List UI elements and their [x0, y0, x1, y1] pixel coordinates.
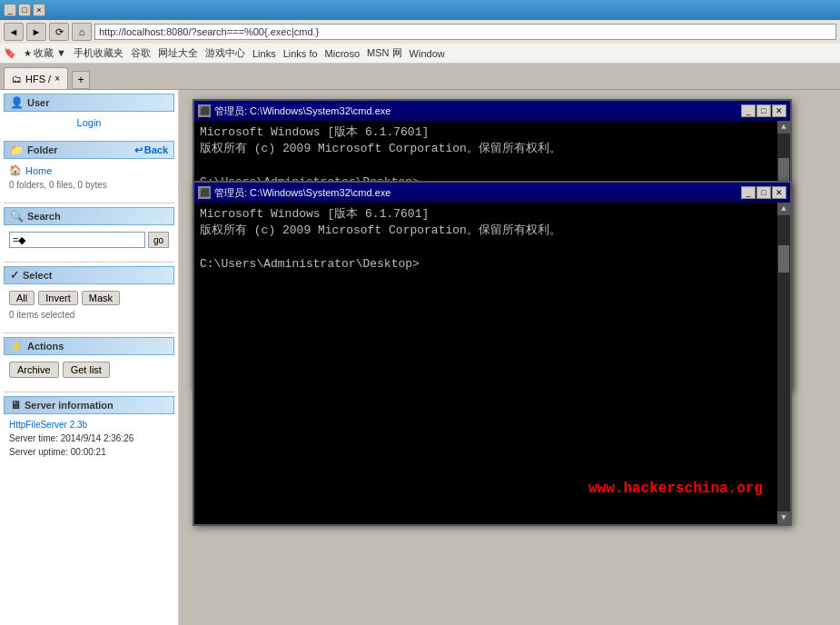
cmd-close-2[interactable]: ✕: [772, 186, 786, 199]
divider-3: [4, 332, 174, 333]
search-section-title: Search: [27, 211, 61, 222]
folder-icon: 📁: [10, 144, 24, 156]
bm-nav[interactable]: 网址大全: [158, 46, 198, 60]
get-list-button[interactable]: Get list: [63, 362, 110, 378]
home-icon: 🏠: [9, 164, 22, 176]
tab-hfs[interactable]: 🗂 HFS / ×: [4, 67, 68, 89]
go-button[interactable]: go: [148, 232, 169, 248]
select-section-header: ✓ Select: [4, 266, 174, 284]
cmd-scrollbar-2[interactable]: ▲ ▼: [777, 203, 790, 524]
cmd-window-2[interactable]: ⬛ 管理员: C:\Windows\System32\cmd.exe _ □ ✕…: [193, 181, 792, 526]
star-icon: ★: [24, 48, 32, 58]
login-link[interactable]: Login: [9, 115, 169, 130]
bm-mobile[interactable]: 手机收藏夹: [74, 46, 124, 60]
archive-button[interactable]: Archive: [9, 362, 59, 378]
cmd-titlebar-2: ⬛ 管理员: C:\Windows\System32\cmd.exe _ □ ✕: [194, 183, 790, 203]
minimize-btn[interactable]: _: [4, 4, 16, 16]
bookmarks-icon: 🔖: [4, 47, 16, 59]
scroll-thumb-2: [778, 245, 789, 273]
search-section-content: go: [4, 225, 174, 254]
mask-button[interactable]: Mask: [82, 291, 120, 305]
server-info-section: 🖥 Server information HttpFileServer 2.3b…: [4, 396, 174, 462]
file-info: 0 folders, 0 files, 0 bytes: [9, 178, 169, 192]
folder-section-title: Folder: [27, 144, 58, 155]
tabs-bar: 🗂 HFS / × +: [0, 64, 840, 89]
main-area: ⬛ 管理员: C:\Windows\System32\cmd.exe _ □ ✕…: [179, 90, 840, 625]
actions-section-header: ⚡ Actions: [4, 337, 174, 355]
cmd-minimize-1[interactable]: _: [741, 104, 756, 117]
cmd-title-label-1: 管理员: C:\Windows\System32\cmd.exe: [214, 104, 390, 118]
cmd-line-1-1: 版权所有 (c) 2009 Microsoft Corporation。保留所有…: [200, 141, 785, 157]
invert-button[interactable]: Invert: [38, 291, 78, 305]
scroll-up-2[interactable]: ▲: [777, 203, 790, 215]
cmd-maximize-2[interactable]: □: [756, 186, 771, 199]
sidebar: 👤 User Login 📁 Folder ↩ Back: [0, 90, 179, 625]
close-btn[interactable]: ×: [33, 4, 45, 16]
select-buttons-row: All Invert Mask: [9, 288, 169, 308]
bm-window-label: Window: [410, 48, 445, 59]
cmd-line-1-2: [200, 157, 785, 174]
action-buttons-row: Archive Get list: [9, 359, 169, 381]
new-tab-button[interactable]: +: [72, 71, 90, 89]
bm-microsoft[interactable]: Microso: [325, 48, 361, 59]
items-selected-label: 0 items selected: [9, 308, 169, 322]
divider-4: [4, 392, 174, 392]
bm-links[interactable]: Links: [252, 48, 276, 59]
main-content: 👤 User Login 📁 Folder ↩ Back: [0, 90, 840, 625]
forward-button[interactable]: ►: [26, 23, 46, 41]
refresh-button[interactable]: ⟳: [49, 23, 69, 41]
server-version-link[interactable]: HttpFileServer 2.3b: [9, 420, 87, 430]
select-icon: ✓: [10, 269, 19, 282]
cmd-close-1[interactable]: ✕: [772, 104, 786, 117]
cmd-title-label-2: 管理员: C:\Windows\System32\cmd.exe: [214, 186, 390, 200]
search-section-header: 🔍 Search: [4, 207, 174, 225]
bookmarks-bar: 🔖 ★ 收藏 ▼ 手机收藏夹 谷歌 网址大全 游戏中心 Links Links …: [0, 44, 840, 64]
folder-section: 📁 Folder ↩ Back 🏠 Home 0 folders, 0 file…: [4, 141, 174, 195]
cmd-line-2-3: C:\Users\Administrator\Desktop>: [200, 256, 785, 273]
search-input[interactable]: [9, 232, 145, 248]
cmd-minimize-2[interactable]: _: [741, 186, 756, 199]
server-time: Server time: 2014/9/14 2:36:26: [9, 432, 169, 445]
cmd-line-1-0: Microsoft Windows [版本 6.1.7601]: [200, 124, 785, 141]
address-bar[interactable]: [94, 24, 836, 40]
tab-label: HFS /: [25, 74, 51, 84]
search-section: 🔍 Search go: [4, 207, 174, 254]
bm-msn[interactable]: MSN 网: [367, 46, 402, 60]
bm-window[interactable]: Window: [410, 48, 445, 59]
back-button[interactable]: ◄: [4, 23, 24, 41]
scroll-up-1[interactable]: ▲: [777, 121, 790, 134]
back-button-folder[interactable]: ↩ Back: [134, 144, 168, 156]
actions-section-content: Archive Get list: [4, 355, 174, 384]
cmd-maximize-1[interactable]: □: [756, 104, 771, 117]
cmd-line-2-0: Microsoft Windows [版本 6.1.7601]: [200, 206, 785, 223]
tab-close-button[interactable]: ×: [54, 74, 60, 84]
back-label: Back: [144, 144, 168, 155]
watermark: www.hackerschina.org: [588, 481, 763, 497]
maximize-btn[interactable]: □: [18, 4, 31, 16]
user-section-content: Login: [4, 112, 174, 134]
bm-games[interactable]: 游戏中心: [205, 46, 245, 60]
scroll-track-2: [777, 215, 790, 511]
bm-links-fo[interactable]: Links fo: [283, 48, 318, 59]
bm-links-fo-label: Links fo: [283, 48, 318, 59]
bm-games-label: 游戏中心: [205, 46, 245, 60]
actions-section: ⚡ Actions Archive Get list: [4, 337, 174, 384]
bm-microsoft-label: Microso: [325, 48, 361, 59]
actions-section-title: Actions: [27, 341, 64, 352]
scroll-down-2[interactable]: ▼: [777, 511, 790, 524]
server-uptime: Server uptime: 00:00:21: [9, 445, 169, 459]
cmd-title-1: ⬛ 管理员: C:\Windows\System32\cmd.exe: [198, 104, 390, 118]
bm-google[interactable]: 谷歌: [131, 46, 151, 60]
cmd-body-2: Microsoft Windows [版本 6.1.7601] 版权所有 (c)…: [194, 203, 790, 524]
home-link[interactable]: 🏠 Home: [9, 163, 169, 178]
cmd-line-2-1: 版权所有 (c) 2009 Microsoft Corporation。保留所有…: [200, 223, 785, 239]
home-label: Home: [25, 165, 52, 176]
all-button[interactable]: All: [9, 291, 35, 305]
cmd-buttons-1: _ □ ✕: [741, 104, 786, 117]
bm-favorites[interactable]: ★ 收藏 ▼: [24, 46, 66, 60]
bm-google-label: 谷歌: [131, 46, 151, 60]
select-section-title: Select: [23, 270, 52, 281]
cmd-buttons-2: _ □ ✕: [741, 186, 786, 199]
bm-links-label: Links: [252, 48, 276, 59]
home-button[interactable]: ⌂: [72, 23, 92, 41]
